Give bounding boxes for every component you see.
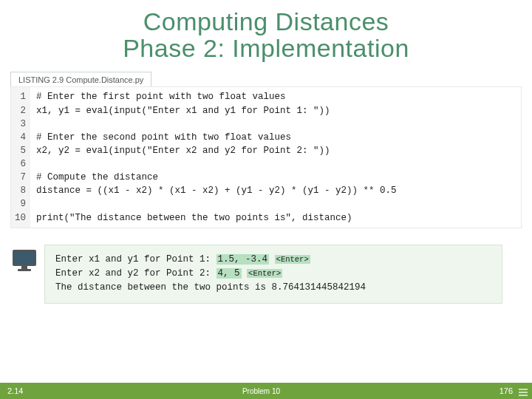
listing-tab: LISTING 2.9 Compute.Distance.py	[10, 72, 532, 86]
prompt-1: Enter x1 and y1 for Point 1:	[55, 254, 216, 265]
enter-key-2: <Enter>	[247, 269, 282, 278]
terminal-line-1: Enter x1 and y1 for Point 1: 1.5, -3.4 <…	[55, 253, 491, 267]
listing-label: LISTING 2.9 Compute.Distance.py	[10, 72, 151, 86]
terminal-line-2: Enter x2 and y2 for Point 2: 4, 5 <Enter…	[55, 267, 491, 281]
title-block: Computing Distances Phase 2: Implementat…	[0, 0, 532, 61]
input-1: 1.5, -3.4	[216, 254, 270, 265]
menu-icon[interactable]	[519, 389, 528, 396]
footer-bar: 2.14 Problem 10 176	[0, 383, 532, 399]
slide: Computing Distances Phase 2: Implementat…	[0, 0, 532, 399]
title-line-1: Computing Distances	[0, 9, 532, 35]
input-2: 4, 5	[216, 268, 242, 279]
terminal-line-3: The distance between the two points is 8…	[55, 281, 491, 295]
title-line-2: Phase 2: Implementation	[0, 35, 532, 62]
enter-key-1: <Enter>	[275, 255, 310, 264]
footer-left: 2.14	[0, 386, 23, 395]
footer-center: Problem 10	[23, 387, 499, 395]
monitor-icon	[11, 250, 38, 270]
code-gutter: 1 2 3 4 5 6 7 8 9 10	[11, 87, 30, 227]
terminal-output: Enter x1 and y1 for Point 1: 1.5, -3.4 <…	[44, 245, 502, 304]
prompt-2: Enter x2 and y2 for Point 2:	[55, 268, 216, 279]
code-block: 1 2 3 4 5 6 7 8 9 10 # Enter the first p…	[10, 86, 522, 228]
code-body: # Enter the first point with two float v…	[30, 87, 521, 227]
